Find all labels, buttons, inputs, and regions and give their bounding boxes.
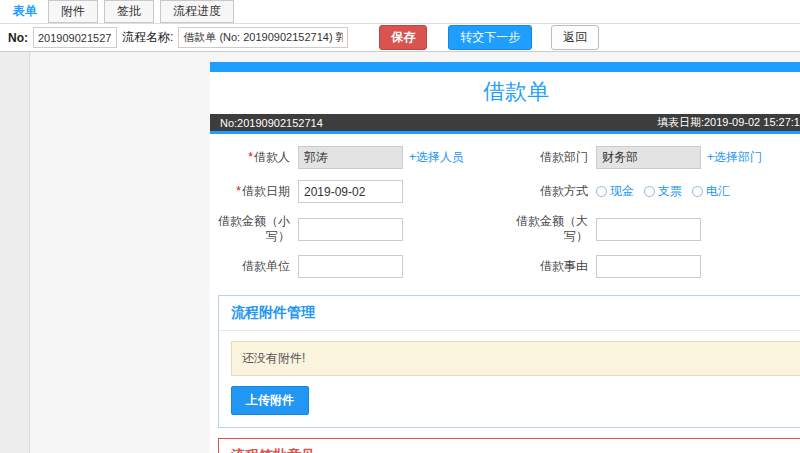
amount-lower-input[interactable] [298, 218, 403, 241]
loan-form-panel: 借款单 No:20190902152714 填表日期:2019-09-02 15… [210, 62, 800, 453]
radio-icon [644, 186, 655, 197]
tab-attachments[interactable]: 附件 [48, 0, 98, 23]
no-attachment-alert: 还没有附件! [231, 341, 800, 376]
form-row-4: 借款单位 借款事由 [210, 255, 800, 278]
form-row-1: *借款人 +选择人员 借款部门 +选择部门 [210, 146, 800, 169]
process-name-label: 流程名称: [122, 29, 173, 46]
action-toolbar: No: 流程名称: 保存 转交下一步 返回 [0, 24, 800, 52]
radio-icon [692, 186, 703, 197]
no-input[interactable] [33, 27, 117, 48]
borrower-label: *借款人 [210, 150, 298, 165]
approval-section-title: 流程签批意见 [219, 439, 800, 453]
tab-process-progress[interactable]: 流程进度 [160, 0, 234, 23]
radio-wire[interactable]: 电汇 [692, 183, 730, 200]
unit-label: 借款单位 [210, 259, 298, 274]
collapsed-sidebar [0, 52, 30, 453]
no-label: No: [8, 31, 28, 45]
fill-date-text: 填表日期:2019-09-02 15:27:1 [657, 115, 800, 130]
attachment-section-title: 流程附件管理 [219, 296, 800, 331]
department-input[interactable] [596, 146, 701, 169]
reason-input[interactable] [596, 255, 701, 278]
department-label: 借款部门 [516, 150, 596, 165]
borrower-input[interactable] [298, 146, 403, 169]
tab-approval[interactable]: 签批 [104, 0, 154, 23]
panel-accent-bar [210, 62, 800, 72]
amount-lower-label: 借款金额（小写） [210, 214, 298, 244]
unit-input[interactable] [298, 255, 403, 278]
form-row-2: *借款日期 借款方式 现金 支票 [210, 180, 800, 203]
required-marker: * [236, 184, 241, 198]
doc-number-text: No:20190902152714 [220, 117, 323, 129]
content-area: 借款单 No:20190902152714 填表日期:2019-09-02 15… [0, 52, 800, 453]
radio-check[interactable]: 支票 [644, 183, 682, 200]
method-radio-group: 现金 支票 电汇 [596, 183, 800, 200]
approval-section: 流程签批意见 B I abc A ✎ ⚓ ▦ ⚑ ≣ ≡ ⇤ [218, 438, 800, 453]
page-title: 借款单 [210, 72, 800, 114]
select-department-link[interactable]: +选择部门 [707, 149, 762, 166]
loan-date-label: *借款日期 [210, 184, 298, 199]
top-tab-bar: 表单 附件 签批 流程进度 [0, 0, 800, 24]
save-button[interactable]: 保存 [379, 25, 427, 50]
form-subheader: No:20190902152714 填表日期:2019-09-02 15:27:… [210, 114, 800, 131]
tab-form[interactable]: 表单 [8, 0, 42, 23]
amount-upper-input[interactable] [596, 218, 701, 241]
loan-date-input[interactable] [298, 180, 403, 203]
reason-label: 借款事由 [516, 259, 596, 274]
radio-cash[interactable]: 现金 [596, 183, 634, 200]
method-label: 借款方式 [516, 184, 596, 199]
form-row-3: 借款金额（小写） 借款金额（大写） [210, 214, 800, 244]
radio-icon [596, 186, 607, 197]
attachment-section: 流程附件管理 还没有附件! 上传附件 [218, 295, 800, 428]
upload-attachment-button[interactable]: 上传附件 [231, 386, 309, 415]
loan-form: *借款人 +选择人员 借款部门 +选择部门 *借款日期 [210, 134, 800, 291]
process-name-input[interactable] [178, 27, 348, 48]
select-person-link[interactable]: +选择人员 [409, 149, 464, 166]
amount-upper-label: 借款金额（大写） [516, 214, 596, 244]
required-marker: * [248, 150, 253, 164]
back-button[interactable]: 返回 [551, 25, 599, 50]
transfer-next-step-button[interactable]: 转交下一步 [448, 25, 532, 50]
